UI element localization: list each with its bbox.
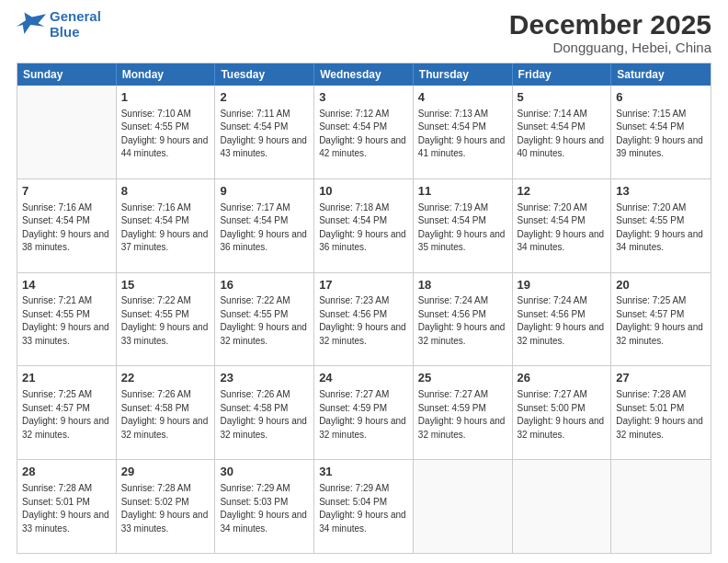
day-info: Sunrise: 7:27 AMSunset: 4:59 PMDaylight:… (319, 388, 408, 442)
day-info: Sunrise: 7:15 AMSunset: 4:54 PMDaylight:… (616, 108, 706, 161)
sunset-text: Sunset: 4:56 PM (418, 309, 486, 319)
sunrise-text: Sunrise: 7:26 AM (220, 389, 290, 399)
day-info: Sunrise: 7:20 AMSunset: 4:55 PMDaylight:… (616, 201, 706, 255)
sunset-text: Sunset: 4:57 PM (22, 403, 90, 413)
sunrise-text: Sunrise: 7:25 AM (22, 389, 92, 399)
day-info: Sunrise: 7:26 AMSunset: 4:58 PMDaylight:… (121, 388, 210, 442)
sunrise-text: Sunrise: 7:25 AM (616, 295, 686, 305)
weekday-header: Saturday (611, 63, 711, 86)
day-info: Sunrise: 7:16 AMSunset: 4:54 PMDaylight:… (121, 201, 210, 255)
daylight-text: Daylight: 9 hours and 32 minutes. (616, 416, 703, 440)
sunrise-text: Sunrise: 7:27 AM (319, 389, 389, 399)
calendar-week: 28Sunrise: 7:28 AMSunset: 5:01 PMDayligh… (17, 460, 711, 553)
sunrise-text: Sunrise: 7:29 AM (220, 483, 290, 493)
day-info: Sunrise: 7:22 AMSunset: 4:55 PMDaylight:… (220, 294, 309, 348)
calendar-cell: 30Sunrise: 7:29 AMSunset: 5:03 PMDayligh… (215, 460, 314, 553)
sunset-text: Sunset: 4:56 PM (518, 309, 586, 319)
sunrise-text: Sunrise: 7:16 AM (22, 202, 92, 213)
day-number: 24 (319, 370, 408, 387)
calendar-cell: 18Sunrise: 7:24 AMSunset: 4:56 PMDayligh… (414, 273, 513, 366)
sunset-text: Sunset: 4:54 PM (518, 215, 586, 225)
day-info: Sunrise: 7:25 AMSunset: 4:57 PMDaylight:… (22, 388, 111, 442)
sunset-text: Sunset: 5:01 PM (22, 497, 90, 507)
calendar-cell (513, 460, 612, 553)
day-number: 18 (418, 277, 507, 294)
day-info: Sunrise: 7:17 AMSunset: 4:54 PMDaylight:… (220, 201, 309, 255)
sunset-text: Sunset: 4:54 PM (220, 121, 288, 132)
sunset-text: Sunset: 4:57 PM (616, 309, 684, 319)
day-number: 5 (518, 89, 607, 107)
calendar-cell: 16Sunrise: 7:22 AMSunset: 4:55 PMDayligh… (215, 273, 314, 366)
logo-icon (17, 12, 46, 38)
day-number: 30 (220, 464, 309, 481)
sunrise-text: Sunrise: 7:28 AM (616, 389, 686, 399)
page: General Blue December 2025 Dongguang, He… (0, 0, 728, 563)
svg-marker-0 (17, 12, 46, 34)
header: General Blue December 2025 Dongguang, He… (17, 9, 711, 55)
day-info: Sunrise: 7:12 AMSunset: 4:54 PMDaylight:… (319, 108, 408, 161)
day-number: 13 (616, 183, 706, 201)
sunset-text: Sunset: 4:54 PM (220, 215, 288, 225)
calendar-cell: 9Sunrise: 7:17 AMSunset: 4:54 PMDaylight… (215, 179, 314, 272)
day-number: 4 (418, 89, 507, 107)
daylight-text: Daylight: 9 hours and 33 minutes. (121, 510, 209, 534)
daylight-text: Daylight: 9 hours and 34 minutes. (319, 510, 406, 534)
day-info: Sunrise: 7:22 AMSunset: 4:55 PMDaylight:… (121, 294, 210, 348)
day-info: Sunrise: 7:21 AMSunset: 4:55 PMDaylight:… (22, 294, 111, 348)
sunset-text: Sunset: 4:56 PM (319, 309, 387, 319)
sunrise-text: Sunrise: 7:12 AM (319, 109, 389, 119)
calendar-cell (611, 460, 711, 553)
sunset-text: Sunset: 4:55 PM (220, 309, 288, 319)
logo: General Blue (17, 9, 101, 40)
sunset-text: Sunset: 4:55 PM (22, 309, 90, 319)
day-number: 7 (22, 183, 111, 201)
sunset-text: Sunset: 4:54 PM (518, 121, 586, 132)
daylight-text: Daylight: 9 hours and 32 minutes. (418, 322, 506, 346)
day-number: 2 (220, 89, 309, 107)
daylight-text: Daylight: 9 hours and 32 minutes. (121, 416, 209, 440)
day-number: 31 (319, 464, 408, 481)
sunset-text: Sunset: 4:58 PM (121, 403, 189, 413)
calendar-cell: 1Sunrise: 7:10 AMSunset: 4:55 PMDaylight… (117, 86, 216, 178)
location: Dongguang, Hebei, China (509, 40, 711, 55)
day-number: 12 (518, 183, 607, 201)
day-number: 11 (418, 183, 507, 201)
day-info: Sunrise: 7:26 AMSunset: 4:58 PMDaylight:… (220, 388, 309, 442)
day-number: 29 (121, 464, 210, 481)
daylight-text: Daylight: 9 hours and 34 minutes. (616, 229, 703, 253)
sunset-text: Sunset: 4:55 PM (121, 121, 189, 132)
day-number: 28 (22, 464, 111, 481)
daylight-text: Daylight: 9 hours and 32 minutes. (518, 322, 605, 346)
sunset-text: Sunset: 4:59 PM (418, 403, 486, 413)
daylight-text: Daylight: 9 hours and 32 minutes. (319, 322, 406, 346)
daylight-text: Daylight: 9 hours and 39 minutes. (616, 135, 703, 159)
calendar-cell: 4Sunrise: 7:13 AMSunset: 4:54 PMDaylight… (414, 86, 513, 178)
day-number: 14 (22, 277, 111, 294)
weekday-header: Tuesday (215, 63, 314, 86)
day-number: 21 (22, 370, 111, 387)
day-number: 9 (220, 183, 309, 201)
sunset-text: Sunset: 5:00 PM (518, 403, 586, 413)
logo-line1: General (50, 8, 101, 24)
day-number: 22 (121, 370, 210, 387)
calendar-cell: 26Sunrise: 7:27 AMSunset: 5:00 PMDayligh… (513, 366, 612, 459)
calendar-cell: 25Sunrise: 7:27 AMSunset: 4:59 PMDayligh… (414, 366, 513, 459)
sunrise-text: Sunrise: 7:15 AM (616, 109, 686, 119)
daylight-text: Daylight: 9 hours and 44 minutes. (121, 135, 209, 159)
daylight-text: Daylight: 9 hours and 33 minutes. (22, 322, 109, 346)
calendar-cell: 11Sunrise: 7:19 AMSunset: 4:54 PMDayligh… (414, 179, 513, 272)
day-info: Sunrise: 7:23 AMSunset: 4:56 PMDaylight:… (319, 294, 408, 348)
day-info: Sunrise: 7:27 AMSunset: 4:59 PMDaylight:… (418, 388, 507, 442)
calendar-cell: 20Sunrise: 7:25 AMSunset: 4:57 PMDayligh… (611, 273, 711, 366)
sunrise-text: Sunrise: 7:19 AM (418, 202, 488, 213)
day-info: Sunrise: 7:20 AMSunset: 4:54 PMDaylight:… (518, 201, 607, 255)
weekday-header: Wednesday (314, 63, 414, 86)
sunrise-text: Sunrise: 7:11 AM (220, 109, 290, 119)
day-info: Sunrise: 7:18 AMSunset: 4:54 PMDaylight:… (319, 201, 408, 255)
weekday-header: Sunday (17, 63, 117, 86)
sunrise-text: Sunrise: 7:18 AM (319, 202, 389, 213)
sunrise-text: Sunrise: 7:28 AM (22, 483, 92, 493)
title-block: December 2025 Dongguang, Hebei, China (509, 9, 711, 55)
day-info: Sunrise: 7:28 AMSunset: 5:01 PMDaylight:… (22, 482, 111, 535)
calendar-cell (414, 460, 513, 553)
